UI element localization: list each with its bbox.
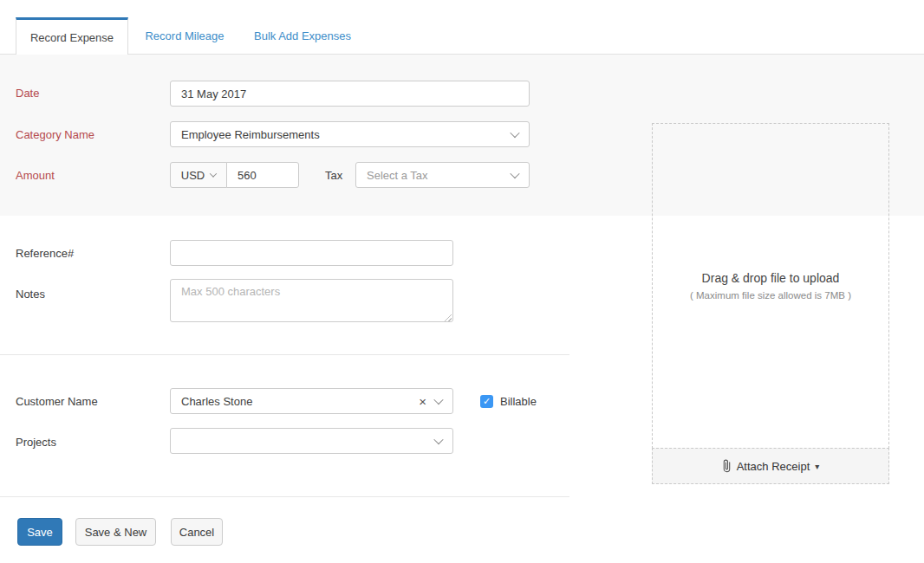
dropzone-hint: ( Maximum file size allowed is 7MB ) [690,290,851,301]
notes-label: Notes [16,288,45,301]
category-value: Employee Reimbursements [181,128,511,141]
projects-label: Projects [16,436,56,449]
paperclip-icon [722,459,732,473]
customer-label: Customer Name [16,395,98,408]
tab-record-expense[interactable]: Record Expense [16,17,128,55]
projects-select[interactable] [170,428,453,454]
footer-divider [0,496,569,497]
customer-value: Charles Stone [181,395,419,408]
reference-label: Reference# [16,247,74,260]
category-select[interactable]: Employee Reimbursements [170,121,530,147]
chevron-down-icon [210,170,217,177]
tax-placeholder: Select a Tax [367,169,511,182]
caret-down-icon: ▾ [815,462,819,471]
dropzone-title: Drag & drop file to upload [702,271,840,285]
date-input[interactable] [170,81,530,107]
notes-textarea[interactable] [170,279,453,322]
billable-label[interactable]: Billable [500,395,537,408]
tab-record-mileage-label: Record Mileage [145,29,224,42]
clear-icon[interactable]: × [419,395,426,408]
amount-label: Amount [16,169,55,182]
save-and-new-button[interactable]: Save & New [75,518,156,546]
chevron-down-icon [510,128,519,138]
record-expense-page: Record Expense Record Mileage Bulk Add E… [0,0,924,563]
currency-value: USD [181,169,205,182]
tab-record-expense-label: Record Expense [30,31,114,44]
tab-record-mileage[interactable]: Record Mileage [128,17,241,55]
chevron-down-icon [510,169,519,178]
tab-bulk-add-expenses[interactable]: Bulk Add Expenses [241,17,364,55]
section-divider [0,354,569,355]
currency-select[interactable]: USD [170,162,227,188]
save-button[interactable]: Save [17,518,62,546]
attach-receipt-button[interactable]: Attach Receipt ▾ [652,448,889,484]
file-dropzone[interactable]: Drag & drop file to upload ( Maximum fil… [652,123,889,449]
chevron-down-icon [433,435,443,444]
billable-checkbox[interactable]: ✓ [480,395,493,408]
tax-label: Tax [325,169,342,182]
chevron-down-icon [433,395,443,404]
date-label: Date [16,87,39,100]
reference-input[interactable] [170,240,453,266]
tab-bulk-add-expenses-label: Bulk Add Expenses [254,29,351,42]
cancel-button[interactable]: Cancel [171,518,223,546]
amount-input[interactable] [226,162,299,188]
attach-receipt-label: Attach Receipt [737,460,810,473]
category-label: Category Name [16,128,94,141]
tax-select[interactable]: Select a Tax [355,162,530,188]
customer-select[interactable]: Charles Stone × [170,388,453,414]
check-icon: ✓ [483,397,491,406]
